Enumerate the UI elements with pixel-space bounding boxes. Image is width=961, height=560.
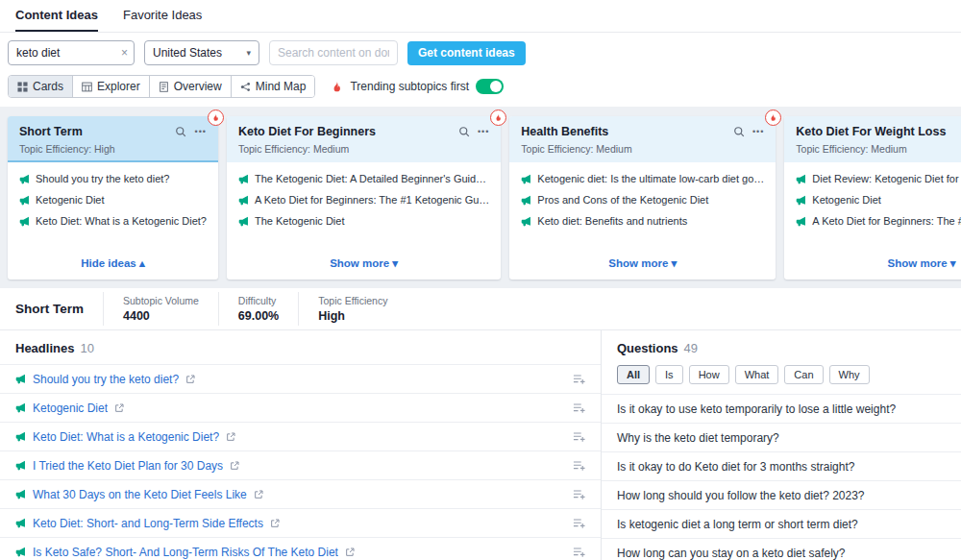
flame-icon [331,81,343,93]
headlines-panel: Headlines10 Should you try the keto diet… [0,330,602,560]
show-more-link[interactable]: Show more ▾ [330,257,398,269]
tab-favorite-ideas[interactable]: Favorite Ideas [123,0,202,32]
idea-text: Diet Review: Ketogenic Diet for Weight L… [812,173,961,184]
megaphone-icon [521,195,531,206]
keyword-input[interactable] [8,40,135,65]
trending-toggle[interactable] [476,79,504,94]
external-link-icon[interactable] [230,461,239,471]
subtopic-card-keto-diet-for-weight-loss[interactable]: Keto Diet For Weight Loss ••• Topic Effi… [784,116,961,280]
megaphone-icon [15,489,26,499]
headline-link[interactable]: I Tried the Keto Diet Plan for 30 Days [33,459,223,473]
subtopic-card-keto-diet-for-beginners[interactable]: Keto Diet For Beginners ••• Topic Effici… [227,116,501,280]
card-header: Short Term ••• Topic Efficiency: High [8,116,218,162]
idea-item: Ketogenic Diet [796,194,961,206]
add-to-list-icon[interactable] [573,488,585,500]
headline-link[interactable]: Keto Diet: Short- and Long-Term Side Eff… [33,517,263,530]
add-to-list-icon[interactable] [573,459,585,472]
cards-grid-icon [17,82,28,92]
add-to-list-icon[interactable] [573,546,585,558]
add-to-list-icon[interactable] [573,430,585,443]
external-link-icon[interactable] [226,432,235,442]
view-switcher: Cards Explorer Overview Mind Map [8,75,315,98]
megaphone-icon [15,431,26,442]
filter-can[interactable]: Can [784,365,823,384]
view-cards[interactable]: Cards [9,76,73,97]
card-ideas: Diet Review: Ketogenic Diet for Weight L… [784,162,961,249]
trending-flame-badge [765,110,781,126]
external-link-icon[interactable] [345,548,355,557]
card-search-icon[interactable] [733,126,745,137]
headline-link[interactable]: Should you try the keto diet? [33,373,179,386]
megaphone-icon [15,374,26,384]
question-filters: All Is How What Can Why [602,364,961,394]
idea-item: Should you try the keto diet? [19,173,207,184]
headline-link[interactable]: Ketogenic Diet [33,402,108,415]
search-bar: × United States ▾ Get content ideas [0,33,961,73]
filter-why[interactable]: Why [829,365,870,384]
card-menu-icon[interactable]: ••• [752,128,764,136]
view-options-row: Cards Explorer Overview Mind Map Trendin… [0,73,961,107]
question-row[interactable]: How long should you follow the keto diet… [602,480,961,509]
subtopic-card-short-term[interactable]: Short Term ••• Topic Efficiency: High Sh… [8,116,218,280]
megaphone-icon [238,216,249,227]
megaphone-icon [15,547,26,557]
filter-is[interactable]: Is [655,365,683,384]
megaphone-icon [15,518,26,528]
keyword-input-wrap: × [8,40,135,65]
country-select[interactable]: United States ▾ [144,40,259,65]
subtopic-card-health-benefits[interactable]: Health Benefits ••• Topic Efficiency: Me… [509,116,776,280]
external-link-icon[interactable] [185,375,195,384]
idea-text: A Keto Diet for Beginners: The #1 Ketoge… [812,215,961,227]
add-to-list-icon[interactable] [573,402,585,414]
subtopic-cards: Short Term ••• Topic Efficiency: High Sh… [0,107,961,288]
domain-input[interactable] [269,40,398,65]
headline-link[interactable]: What 30 Days on the Keto Diet Feels Like [33,488,247,501]
tab-content-ideas[interactable]: Content Ideas [15,0,98,32]
card-menu-icon[interactable]: ••• [194,128,206,136]
card-search-icon[interactable] [175,126,186,137]
caret-down-icon: ▾ [392,257,398,269]
view-mindmap-label: Mind Map [256,80,307,93]
view-overview[interactable]: Overview [150,76,232,97]
question-row[interactable]: Is it okay to do Keto diet for 3 months … [602,451,961,480]
overview-doc-icon [159,82,169,92]
idea-item: Pros and Cons of the Ketogenic Diet [521,194,764,206]
question-row[interactable]: Is ketogenic diet a long term or short t… [602,509,961,538]
question-row[interactable]: Is it okay to use keto temporarily to lo… [602,394,961,423]
card-efficiency: Topic Efficiency: High [19,143,207,155]
show-more-link[interactable]: Show more ▾ [888,257,956,269]
trending-label: Trending subtopics first [350,80,469,93]
external-link-icon[interactable] [114,403,124,413]
question-row[interactable]: Why is the keto diet temporary? [602,423,961,451]
headline-row: Ketogenic Diet [0,393,601,422]
megaphone-icon [15,402,26,413]
headline-link[interactable]: Keto Diet: What is a Ketogenic Diet? [33,430,219,444]
external-link-icon[interactable] [254,490,263,499]
view-explorer[interactable]: Explorer [73,76,150,97]
filter-what[interactable]: What [735,365,779,384]
clear-keyword-icon[interactable]: × [121,47,128,59]
view-mindmap[interactable]: Mind Map [232,76,315,97]
filter-all[interactable]: All [617,365,650,384]
view-explorer-label: Explorer [97,80,140,93]
hide-ideas-link[interactable]: Hide ideas ▴ [81,257,145,269]
show-more-link[interactable]: Show more ▾ [608,257,677,269]
question-row[interactable]: How long can you stay on a keto diet saf… [602,538,961,560]
headline-row: Should you try the keto diet? [0,364,601,393]
card-ideas: Should you try the keto diet? Ketogenic … [8,162,218,249]
filter-how[interactable]: How [689,365,729,384]
card-title: Health Benefits [521,125,733,138]
get-content-ideas-button[interactable]: Get content ideas [407,41,526,65]
card-search-icon[interactable] [458,126,470,137]
headline-link[interactable]: Is Keto Safe? Short- And Long-Term Risks… [33,546,338,559]
top-tabs: Content Ideas Favorite Ideas [0,0,961,33]
add-to-list-icon[interactable] [573,517,585,529]
selected-subtopic-title: Short Term [15,302,103,316]
add-to-list-icon[interactable] [573,373,585,385]
idea-text: Keto diet: Benefits and nutrients [537,215,687,227]
megaphone-icon [238,195,249,206]
card-menu-icon[interactable]: ••• [478,128,489,136]
external-link-icon[interactable] [270,519,280,528]
headline-row: Keto Diet: Short- and Long-Term Side Eff… [0,508,601,537]
idea-text: Keto Diet: What is a Ketogenic Diet? [36,215,207,227]
